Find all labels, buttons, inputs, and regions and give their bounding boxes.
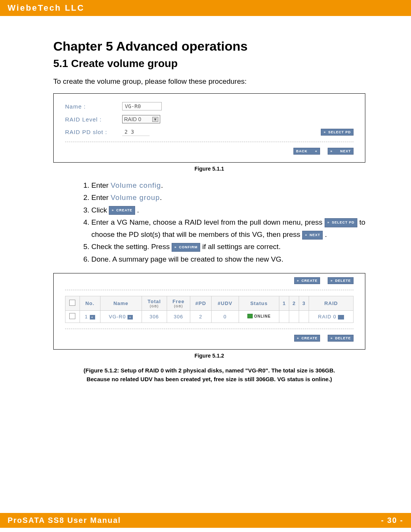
volume-group-link: Volume group [111, 193, 160, 201]
step-2: Enter Volume group. [91, 192, 365, 204]
raid-level-label: RAID Level : [65, 116, 122, 123]
col-2: 2 [289, 296, 299, 311]
procedure-steps: Enter Volume config. Enter Volume group.… [53, 179, 365, 265]
cell-raid: RAID 0 [309, 311, 354, 323]
figure-5-1-2-box: »CREATE »DELETE No. Name Total(GB) Free(… [53, 273, 365, 350]
table-header-row: No. Name Total(GB) Free(GB) #PD #UDV Sta… [65, 296, 354, 311]
name-row: Name : VG-R0 [65, 102, 354, 110]
col-3: 3 [299, 296, 309, 311]
online-icon [247, 314, 253, 318]
delete-button-bottom[interactable]: »DELETE [328, 335, 354, 342]
back-button[interactable]: BACK « [293, 148, 320, 155]
raid-pd-slot-label: RAID PD slot : [65, 129, 122, 135]
step-4: Enter a VG Name, choose a RAID level fro… [91, 216, 365, 241]
cell-3 [299, 311, 309, 323]
create-button-inline[interactable]: »CREATE [109, 206, 135, 215]
cell-udv: 0 [212, 311, 239, 323]
divider [65, 329, 354, 329]
chevron-right-icon: » [330, 336, 333, 340]
cell-status: ONLINE [239, 311, 279, 323]
confirm-button-inline[interactable]: »CONFIRM [172, 243, 200, 252]
step-6: Done. A summary page will be created to … [91, 253, 365, 265]
create-button[interactable]: »CREATE [294, 277, 320, 284]
raid-icon[interactable] [338, 315, 344, 320]
col-pd: #PD [190, 296, 211, 311]
col-1: 1 [279, 296, 289, 311]
raid-level-row: RAID Level : RAID 0 ▼ [65, 115, 354, 123]
col-udv: #UDV [212, 296, 239, 311]
divider [65, 290, 354, 290]
chevron-right-icon: » [330, 279, 333, 283]
raid-level-value: RAID 0 [124, 116, 141, 122]
chevron-right-icon: » [305, 232, 307, 238]
select-pd-button-inline[interactable]: »SELECT PD [325, 218, 357, 227]
cell-2 [289, 311, 299, 323]
footer-title: ProSATA SS8 User Manual [8, 516, 121, 525]
raid-level-select[interactable]: RAID 0 ▼ [122, 115, 160, 123]
figure-5-1-1-caption: Figure 5.1.1 [53, 166, 365, 172]
table-top-buttons: »CREATE »DELETE [65, 277, 354, 284]
row-expand-button[interactable]: « [90, 315, 95, 320]
chevron-right-icon: » [174, 244, 177, 250]
header-checkbox[interactable] [69, 300, 75, 306]
step-1: Enter Volume config. [91, 179, 365, 192]
col-raid: RAID [309, 296, 354, 311]
delete-button[interactable]: »DELETE [328, 277, 354, 284]
vg-summary-table: No. Name Total(GB) Free(GB) #PD #UDV Sta… [65, 296, 354, 323]
chevron-right-icon: » [330, 149, 333, 153]
col-free: Free(GB) [167, 296, 190, 311]
select-pd-button[interactable]: » SELECT PD [321, 129, 354, 136]
row-checkbox[interactable] [69, 313, 75, 319]
online-status-badge: ONLINE [247, 314, 271, 318]
raid-pd-slot-value: 2 3 [122, 128, 150, 136]
divider [65, 142, 354, 142]
col-no: No. [80, 296, 100, 311]
page-number: - 30 - [381, 516, 403, 525]
row-name-button[interactable]: « [127, 315, 133, 320]
company-name: WiebeTech LLC [8, 3, 84, 13]
col-status: Status [239, 296, 279, 311]
next-button-inline[interactable]: »NEXT [302, 231, 323, 240]
cell-total: 306 [142, 311, 167, 323]
chevron-right-icon: » [297, 279, 299, 283]
col-checkbox [65, 296, 80, 311]
cell-1 [279, 311, 289, 323]
figure-5-1-2-description: (Figure 5.1.2: Setup of RAID 0 with 2 ph… [76, 366, 342, 383]
table-bottom-buttons: »CREATE »DELETE [65, 335, 354, 342]
dropdown-arrow-icon: ▼ [152, 117, 158, 122]
create-button-bottom[interactable]: »CREATE [294, 335, 320, 342]
table-row: 1 « VG-R0 « 306 306 2 0 ONLINE RAID 0 [65, 311, 354, 323]
raid-pd-slot-row: RAID PD slot : 2 3 » SELECT PD [65, 128, 354, 136]
chevron-right-icon: » [297, 336, 299, 340]
chapter-title: Chapter 5 Advanced operations [53, 39, 365, 54]
step-5: Check the setting. Press »CONFIRM if all… [91, 241, 365, 253]
chevron-left-icon: « [315, 149, 317, 153]
step-3: Click »CREATE . [91, 204, 365, 216]
page-content: Chapter 5 Advanced operations 5.1 Create… [0, 16, 411, 383]
chevron-right-icon: » [327, 220, 330, 225]
nav-button-row: BACK « » NEXT [65, 148, 354, 155]
cell-free: 306 [167, 311, 190, 323]
volume-config-link: Volume config [111, 181, 161, 189]
footer-bar: ProSATA SS8 User Manual - 30 - [0, 513, 411, 528]
name-input[interactable]: VG-R0 [122, 102, 162, 110]
cell-no: 1 « [80, 311, 100, 323]
intro-text: To create the volume group, please follo… [53, 77, 365, 86]
header-bar: WiebeTech LLC [0, 0, 411, 16]
section-title: 5.1 Create volume group [53, 58, 365, 70]
chevron-right-icon: » [323, 130, 326, 134]
cell-pd: 2 [190, 311, 211, 323]
name-label: Name : [65, 103, 122, 110]
figure-5-1-2-caption: Figure 5.1.2 [53, 353, 365, 359]
figure-5-1-1-box: Name : VG-R0 RAID Level : RAID 0 ▼ RAID … [53, 93, 365, 163]
chevron-right-icon: » [112, 208, 114, 213]
col-name: Name [100, 296, 142, 311]
next-button[interactable]: » NEXT [328, 148, 354, 155]
cell-name: VG-R0 « [100, 311, 142, 323]
col-total: Total(GB) [142, 296, 167, 311]
